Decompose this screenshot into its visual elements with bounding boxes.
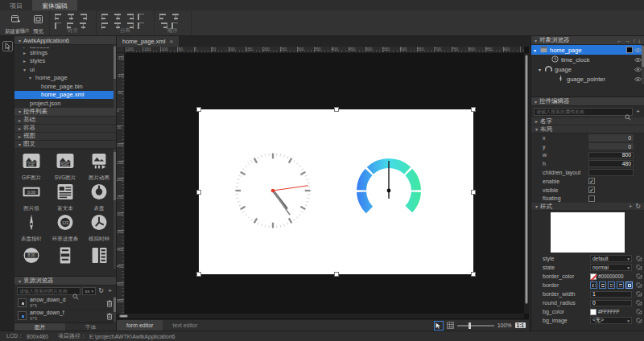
border-grid-button[interactable] (608, 281, 615, 289)
per-state-icon[interactable] (636, 282, 642, 290)
zoom-slider[interactable] (457, 322, 494, 330)
per-state-icon[interactable] (636, 300, 642, 307)
prop-children-layout-field[interactable] (588, 169, 634, 176)
border-all-button[interactable] (625, 281, 633, 289)
tree-item-ui[interactable]: ▾ui (14, 65, 116, 74)
resource-scrollbar[interactable] (114, 297, 116, 323)
prop-y-field[interactable]: 0 (588, 143, 634, 150)
bg-color-swatch[interactable] (590, 309, 597, 315)
resource-item-arrow_down_f[interactable]: arrow_down_f6*5 (14, 310, 116, 323)
grid-icon[interactable] (447, 322, 454, 329)
distribute-icon[interactable] (101, 14, 109, 20)
border-left-button[interactable] (590, 281, 597, 289)
object-browser-header[interactable]: ▾ 对象浏览器 ← → ↑ ↓ (531, 36, 644, 45)
per-state-icon[interactable] (636, 273, 642, 281)
add-resource-button[interactable]: + (106, 288, 114, 294)
widget-svg-image[interactable]: SVGSVG图片 (48, 149, 82, 179)
per-state-icon[interactable] (636, 309, 642, 316)
resource-item-arrow_down_d[interactable]: arrow_down_d6*5 (14, 297, 116, 310)
align-icon[interactable] (67, 14, 75, 20)
bg-image-dropdown[interactable]: <无>▾ (590, 317, 632, 324)
visibility-toggle[interactable] (634, 47, 642, 55)
menu-tab-project[interactable]: 项目 (0, 0, 32, 10)
border-width-field[interactable]: 1 (590, 291, 632, 298)
tab-text-editor[interactable]: text editor (163, 320, 207, 331)
tree-item-home_page.bin[interactable]: home_page.bin (14, 82, 116, 91)
ratio-1-1-button[interactable]: 1:1 (515, 323, 526, 328)
selection-handle[interactable] (472, 191, 475, 194)
distribute-icon[interactable] (126, 14, 134, 20)
selection-handle[interactable] (197, 191, 200, 194)
floating-checkbox[interactable] (588, 195, 595, 202)
add-property-button[interactable]: + (634, 109, 642, 115)
widget-category-container[interactable]: ▸ 容器 (14, 125, 116, 133)
widget-editor-header[interactable]: ▾ 控件编辑器 (531, 97, 644, 106)
widget-progress-circle[interactable]: 123环形进度条 (48, 210, 82, 240)
resource-filter-dropdown[interactable]: xx ▾ (82, 287, 96, 295)
align-icon[interactable] (55, 14, 63, 20)
widget-gif-image[interactable]: GIFGIF图片 (14, 149, 48, 179)
resource-browser-header[interactable]: ▾ 资源浏览器 (14, 277, 116, 286)
pointer-tool-button[interactable] (2, 41, 13, 51)
canvas-horizontal-scrollbar[interactable] (117, 314, 524, 318)
project-tree-header[interactable]: ▾ AwtkApplication6 (14, 36, 116, 45)
object-node-guage_pointer[interactable]: guage_pointer (531, 74, 644, 84)
section-layout[interactable]: ▾ 布局 (531, 125, 644, 134)
selection-handle[interactable] (472, 108, 475, 111)
visible-checkbox[interactable]: ✓ (588, 187, 595, 193)
widget-category-view[interactable]: ▸ 视图 (14, 133, 116, 141)
resource-search-input[interactable] (18, 289, 80, 294)
selection-handle[interactable] (197, 108, 200, 111)
widget-gauge-pointer[interactable]: 表盘指针 (14, 210, 48, 240)
widget-rich-text[interactable]: 富文本 (48, 179, 82, 210)
widget-image-animation[interactable]: 图片动画 (82, 149, 116, 179)
widget-image-value[interactable]: 0.00图片值 (14, 179, 48, 210)
document-tab-home-page[interactable]: home_page.xml × (117, 36, 179, 47)
select-tool-button[interactable] (434, 321, 444, 331)
per-state-icon[interactable] (636, 291, 642, 298)
tab-fonts[interactable]: 字体 (65, 323, 116, 331)
distribute-icon[interactable] (138, 14, 146, 20)
distribute-icon[interactable] (114, 14, 122, 20)
close-icon[interactable]: × (169, 38, 173, 45)
widget-text-selector[interactable] (48, 240, 82, 269)
widget-gauge[interactable]: 表盘 (82, 179, 116, 210)
widget-category-basic[interactable]: ▸ 基础 (14, 117, 116, 125)
prop-x-field[interactable]: 0 (588, 134, 634, 142)
move-up-icon[interactable]: ↑ (633, 38, 636, 43)
visibility-toggle[interactable] (634, 76, 642, 84)
move-down-icon[interactable]: ↓ (638, 38, 642, 43)
order-icon[interactable] (171, 14, 180, 20)
border-color-swatch[interactable] (590, 273, 597, 280)
widget-digital-clock[interactable]: 8:30 (14, 240, 48, 269)
object-node-home_page[interactable]: ▾home_page (531, 45, 644, 55)
border-vertical-button[interactable] (599, 281, 606, 289)
style-dropdown[interactable]: default▾ (590, 255, 632, 262)
visibility-toggle[interactable] (634, 67, 642, 74)
widget-grid-scrollbar[interactable] (114, 149, 116, 269)
tree-scrollbar[interactable] (114, 45, 116, 108)
tree-item-styles[interactable]: ▸styles (14, 57, 116, 66)
move-right-icon[interactable]: → (625, 38, 630, 43)
time-clock-widget[interactable] (233, 151, 312, 230)
border-horizontal-button[interactable] (617, 281, 624, 289)
order-icon[interactable] (159, 14, 167, 20)
selection-handle[interactable] (472, 273, 475, 276)
align-icon[interactable] (79, 14, 87, 20)
tree-item-home_page.xml[interactable]: home_page.xml (14, 91, 116, 100)
widget-list-header[interactable]: ▾ 控件列表 (14, 108, 116, 117)
tree-item-home_page[interactable]: ▾home_page (14, 74, 116, 83)
refresh-style-icon[interactable]: ↻ (635, 203, 641, 210)
tree-item-project.json[interactable]: project.json (14, 99, 116, 108)
per-state-icon[interactable] (636, 318, 642, 325)
selection-handle[interactable] (197, 273, 200, 276)
add-style-button[interactable]: + (629, 203, 633, 210)
object-node-guage[interactable]: ▾guage (531, 64, 644, 74)
widget-list-view[interactable] (82, 240, 116, 269)
per-state-icon[interactable] (636, 265, 642, 272)
object-node-time_clock[interactable]: time_clock (531, 55, 644, 64)
per-state-icon[interactable] (636, 256, 642, 263)
tab-images[interactable]: 图片 (14, 323, 65, 331)
widget-category-graphic[interactable]: ▾ 图文 (14, 141, 116, 149)
selection-handle[interactable] (335, 273, 338, 276)
